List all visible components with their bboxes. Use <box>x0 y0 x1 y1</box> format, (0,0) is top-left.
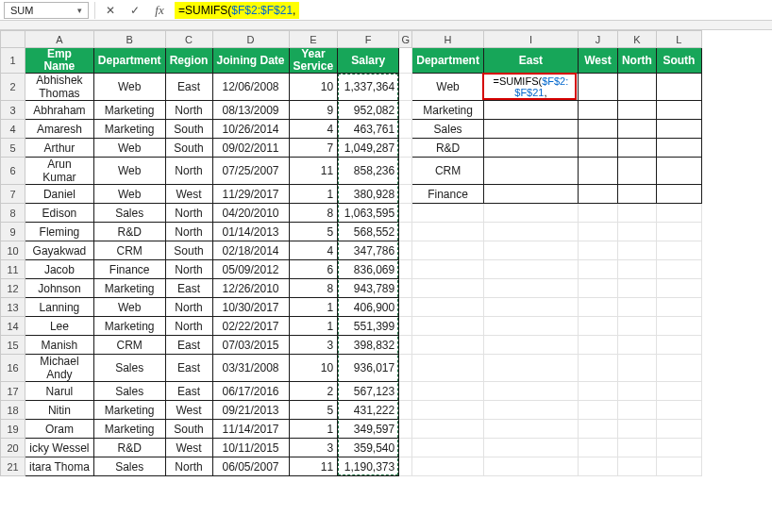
cell-I5[interactable] <box>483 139 578 158</box>
cell-H1[interactable]: Department <box>412 48 484 74</box>
cell-E8[interactable]: 8 <box>289 204 338 223</box>
cell-L17[interactable] <box>656 382 701 401</box>
cell-I7[interactable] <box>483 185 578 204</box>
cell-D8[interactable]: 04/20/2010 <box>212 204 289 223</box>
cell-C9[interactable]: North <box>165 223 212 241</box>
cell-H5[interactable]: R&D <box>412 139 484 158</box>
cell-G20[interactable] <box>399 439 412 457</box>
cell-J4[interactable] <box>578 120 617 139</box>
cell-C7[interactable]: West <box>165 185 212 204</box>
cell-J11[interactable] <box>578 260 617 279</box>
cell-G8[interactable] <box>399 204 412 223</box>
cell-H8[interactable] <box>412 204 484 223</box>
cell-B9[interactable]: R&D <box>93 223 165 241</box>
cell-A21[interactable]: itara Thoma <box>25 457 94 476</box>
cell-E3[interactable]: 9 <box>289 101 338 120</box>
cell-A20[interactable]: icky Wessel <box>25 439 94 457</box>
cell-D19[interactable]: 11/14/2017 <box>212 420 289 439</box>
cell-J16[interactable] <box>578 355 617 382</box>
cell-L12[interactable] <box>656 279 701 298</box>
cell-K8[interactable] <box>617 204 656 223</box>
cell-F13[interactable]: 406,900 <box>338 298 399 317</box>
cell-B8[interactable]: Sales <box>93 204 165 223</box>
cell-E2[interactable]: 10 <box>289 74 338 101</box>
cell-G11[interactable] <box>399 260 412 279</box>
cell-L20[interactable] <box>656 439 701 457</box>
row-header-16[interactable]: 16 <box>1 355 25 382</box>
cell-H3[interactable]: Marketing <box>412 101 484 120</box>
cell-D6[interactable]: 07/25/2007 <box>212 158 289 185</box>
cell-L21[interactable] <box>656 457 701 476</box>
cell-H19[interactable] <box>412 420 484 439</box>
cell-G9[interactable] <box>399 223 412 241</box>
cell-E17[interactable]: 2 <box>289 382 338 401</box>
cell-E19[interactable]: 1 <box>289 420 338 439</box>
row-header-15[interactable]: 15 <box>1 336 25 355</box>
cell-J19[interactable] <box>578 420 617 439</box>
cell-G13[interactable] <box>399 298 412 317</box>
cell-I1[interactable]: East <box>483 48 578 74</box>
cell-A9[interactable]: Fleming <box>25 223 94 241</box>
cell-A4[interactable]: Amaresh <box>25 120 94 139</box>
cell-L16[interactable] <box>656 355 701 382</box>
cell-H14[interactable] <box>412 317 484 336</box>
cell-L1[interactable]: South <box>656 48 701 74</box>
column-header-I[interactable]: I <box>483 31 578 48</box>
cell-I9[interactable] <box>483 223 578 241</box>
cell-J14[interactable] <box>578 317 617 336</box>
select-all-corner[interactable] <box>1 31 25 48</box>
cell-C15[interactable]: East <box>165 336 212 355</box>
cell-C5[interactable]: South <box>165 139 212 158</box>
cell-E12[interactable]: 8 <box>289 279 338 298</box>
cell-C3[interactable]: North <box>165 101 212 120</box>
cell-D2[interactable]: 12/06/2008 <box>212 74 289 101</box>
cell-F17[interactable]: 567,123 <box>338 382 399 401</box>
cell-E21[interactable]: 11 <box>289 457 338 476</box>
cell-B17[interactable]: Sales <box>93 382 165 401</box>
cell-C19[interactable]: South <box>165 420 212 439</box>
cell-G17[interactable] <box>399 382 412 401</box>
cell-L7[interactable] <box>656 185 701 204</box>
cell-C6[interactable]: North <box>165 158 212 185</box>
cell-H18[interactable] <box>412 401 484 420</box>
cell-C18[interactable]: West <box>165 401 212 420</box>
cell-L19[interactable] <box>656 420 701 439</box>
cell-B18[interactable]: Marketing <box>93 401 165 420</box>
cell-G12[interactable] <box>399 279 412 298</box>
name-box[interactable]: SUM ▾ <box>4 2 89 19</box>
cell-J15[interactable] <box>578 336 617 355</box>
cell-J12[interactable] <box>578 279 617 298</box>
row-header-7[interactable]: 7 <box>1 185 25 204</box>
cell-I14[interactable] <box>483 317 578 336</box>
cell-E7[interactable]: 1 <box>289 185 338 204</box>
cell-K15[interactable] <box>617 336 656 355</box>
column-header-H[interactable]: H <box>412 31 484 48</box>
cell-D13[interactable]: 10/30/2017 <box>212 298 289 317</box>
cell-B11[interactable]: Finance <box>93 260 165 279</box>
cell-G14[interactable] <box>399 317 412 336</box>
cell-F16[interactable]: 936,017 <box>338 355 399 382</box>
cell-K12[interactable] <box>617 279 656 298</box>
cell-A18[interactable]: Nitin <box>25 401 94 420</box>
row-header-18[interactable]: 18 <box>1 401 25 420</box>
cell-B12[interactable]: Marketing <box>93 279 165 298</box>
cell-I13[interactable] <box>483 298 578 317</box>
cell-F6[interactable]: 858,236 <box>338 158 399 185</box>
cell-A15[interactable]: Manish <box>25 336 94 355</box>
cell-F7[interactable]: 380,928 <box>338 185 399 204</box>
cell-D5[interactable]: 09/02/2011 <box>212 139 289 158</box>
column-header-F[interactable]: F <box>338 31 399 48</box>
cell-H12[interactable] <box>412 279 484 298</box>
cell-F1[interactable]: Salary <box>338 48 399 74</box>
cell-B1[interactable]: Department <box>93 48 165 74</box>
cell-F15[interactable]: 398,832 <box>338 336 399 355</box>
row-header-10[interactable]: 10 <box>1 241 25 260</box>
cell-F20[interactable]: 359,540 <box>338 439 399 457</box>
cell-K13[interactable] <box>617 298 656 317</box>
cancel-button[interactable]: ✕ <box>101 2 120 19</box>
cell-G18[interactable] <box>399 401 412 420</box>
cell-H21[interactable] <box>412 457 484 476</box>
cell-L5[interactable] <box>656 139 701 158</box>
insert-function-button[interactable]: fx <box>150 2 169 19</box>
cell-I6[interactable] <box>483 158 578 185</box>
